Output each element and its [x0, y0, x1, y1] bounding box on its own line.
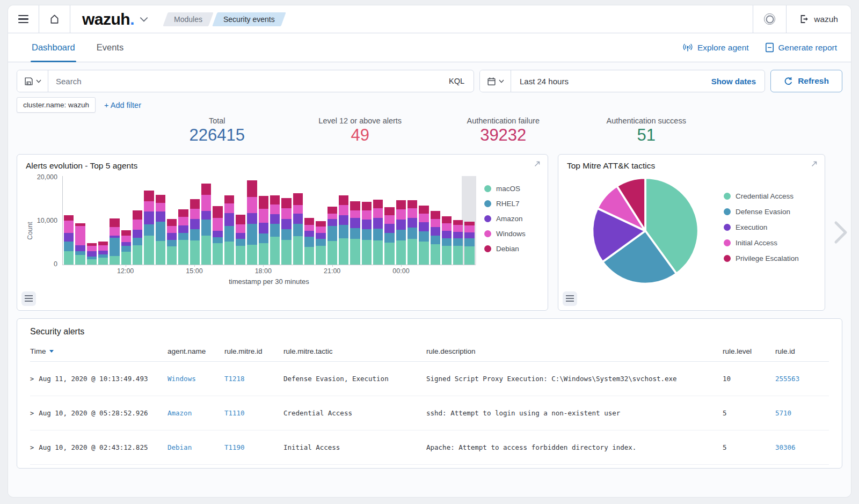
legend-item-execution[interactable]: Execution — [724, 223, 799, 231]
health-status-button[interactable] — [753, 5, 786, 33]
bar-segment-macOS — [293, 236, 303, 265]
bar-30[interactable] — [407, 200, 417, 265]
bar-19[interactable] — [281, 198, 291, 265]
bar-segment-RHEL7 — [304, 237, 314, 247]
inspect-data-button[interactable] — [563, 291, 577, 306]
bar-4[interactable] — [110, 218, 119, 265]
cell-rule-mitre-id-value[interactable]: T1190 — [224, 443, 245, 451]
bar-26[interactable] — [362, 202, 372, 265]
bar-3[interactable] — [98, 242, 108, 265]
cell-agent-name-value[interactable]: Amazon — [168, 409, 192, 417]
explore-agent-label: Explore agent — [697, 43, 749, 53]
legend-item-privilege-escalation[interactable]: Privilege Escalation — [724, 254, 799, 262]
bar-31[interactable] — [419, 206, 428, 265]
bar-0[interactable] — [64, 215, 74, 265]
expand-row-icon[interactable]: > — [30, 444, 34, 451]
bar-22[interactable] — [316, 221, 325, 265]
legend-item-initial-access[interactable]: Initial Access — [724, 239, 799, 247]
cell-rule-id-value[interactable]: 5710 — [775, 409, 791, 417]
cell-rule-id-value[interactable]: 30306 — [775, 443, 796, 451]
bar-1[interactable] — [75, 223, 85, 265]
kql-toggle[interactable]: KQL — [440, 77, 474, 85]
bar-11[interactable] — [190, 199, 200, 265]
next-panels-button[interactable] — [832, 220, 849, 245]
bar-9[interactable] — [167, 219, 177, 265]
menu-button[interactable] — [8, 5, 39, 33]
bar-2[interactable] — [87, 243, 97, 265]
bar-18[interactable] — [270, 195, 280, 265]
legend-item-rhel7[interactable]: RHEL7 — [484, 200, 539, 208]
bar-28[interactable] — [384, 207, 394, 265]
cell-rule-id-value[interactable]: 255563 — [775, 375, 799, 383]
calendar-menu-button[interactable] — [480, 70, 511, 92]
bar-7[interactable] — [144, 191, 154, 265]
column-header-rule-mitre-id[interactable]: rule.mitre.id — [224, 347, 283, 355]
explore-agent-button[interactable]: Explore agent — [682, 43, 749, 53]
bar-13[interactable] — [213, 206, 222, 265]
column-header-agent-name[interactable]: agent.name — [168, 347, 224, 355]
bar-24[interactable] — [339, 195, 348, 265]
tab-events[interactable]: Events — [96, 33, 125, 62]
logout-button[interactable]: wazuh — [786, 5, 851, 33]
inspect-data-button[interactable] — [21, 291, 36, 306]
breadcrumb-modules[interactable]: Modules — [163, 12, 213, 26]
column-header-rule-description[interactable]: rule.description — [426, 347, 723, 355]
bar-16[interactable] — [247, 180, 257, 265]
show-dates-button[interactable]: Show dates — [703, 77, 765, 86]
legend-item-windows[interactable]: Windows — [484, 230, 539, 238]
search-input[interactable] — [48, 70, 440, 92]
cell-rule-mitre-id-value[interactable]: T1110 — [224, 409, 245, 417]
expand-panel-icon[interactable] — [533, 160, 541, 168]
cell-rule-level: 5 — [723, 409, 775, 417]
wazuh-logo[interactable]: wazuh. — [82, 10, 134, 28]
cell-agent-name-value[interactable]: Debian — [168, 443, 192, 451]
bar-15[interactable] — [236, 215, 245, 265]
bar-segment-Amazon — [98, 251, 108, 254]
column-header-rule-id[interactable]: rule.id — [775, 347, 829, 355]
generate-report-button[interactable]: Generate report — [765, 42, 837, 53]
legend-item-amazon[interactable]: Amazon — [484, 215, 539, 223]
cell-time-value: Aug 10, 2020 @ 02:43:12.825 — [39, 443, 148, 451]
refresh-button[interactable]: Refresh — [770, 70, 842, 92]
app-switcher-button[interactable] — [140, 17, 148, 22]
cell-agent-name-value[interactable]: Windows — [168, 375, 196, 383]
legend-item-debian[interactable]: Debian — [484, 245, 539, 253]
expand-panel-icon[interactable] — [810, 160, 818, 168]
tab-dashboard[interactable]: Dashboard — [31, 33, 76, 62]
legend-item-credential-access[interactable]: Credential Access — [724, 192, 799, 200]
bar-33[interactable] — [442, 216, 452, 265]
column-header-rule-mitre-tactic[interactable]: rule.mitre.tactic — [283, 347, 426, 355]
bar-5[interactable] — [121, 230, 131, 265]
column-header-rule-level[interactable]: rule.level — [723, 347, 775, 355]
bar-29[interactable] — [396, 200, 406, 265]
bar-34[interactable] — [453, 220, 463, 265]
bar-chart-legend: macOSRHEL7AmazonWindowsDebian — [476, 185, 539, 286]
time-range-value[interactable]: Last 24 hours — [511, 77, 703, 86]
bar-20[interactable] — [293, 193, 303, 265]
bar-23[interactable] — [327, 207, 337, 265]
expand-row-icon[interactable]: > — [30, 410, 34, 417]
saved-query-menu-button[interactable] — [17, 70, 48, 92]
bar-27[interactable] — [373, 200, 383, 265]
cell-rule-mitre-id-value[interactable]: T1218 — [224, 375, 245, 383]
bar-6[interactable] — [133, 210, 142, 265]
cell-rule-description-value: Signed Script Proxy Execution: C:\Window… — [426, 375, 677, 383]
add-filter-button[interactable]: + Add filter — [104, 101, 141, 109]
legend-item-macos[interactable]: macOS — [484, 185, 539, 193]
expand-row-icon[interactable]: > — [30, 375, 34, 383]
legend-item-defense-evasion[interactable]: Defense Evasion — [724, 208, 799, 216]
bar-32[interactable] — [431, 211, 440, 265]
filter-pill-cluster-name[interactable]: cluster.name: wazuh — [17, 97, 96, 113]
bar-17[interactable] — [259, 196, 268, 265]
bar-segment-Amazon — [373, 218, 383, 229]
bar-14[interactable] — [224, 195, 234, 265]
column-header-time[interactable]: Time — [30, 347, 168, 355]
bar-35[interactable] — [464, 222, 474, 265]
bar-12[interactable] — [201, 184, 211, 265]
breadcrumb-security-events[interactable]: Security events — [212, 12, 286, 26]
bar-8[interactable] — [156, 195, 165, 265]
bar-21[interactable] — [304, 218, 314, 265]
bar-10[interactable] — [178, 209, 188, 265]
bar-25[interactable] — [350, 201, 360, 265]
home-button[interactable] — [39, 5, 70, 33]
